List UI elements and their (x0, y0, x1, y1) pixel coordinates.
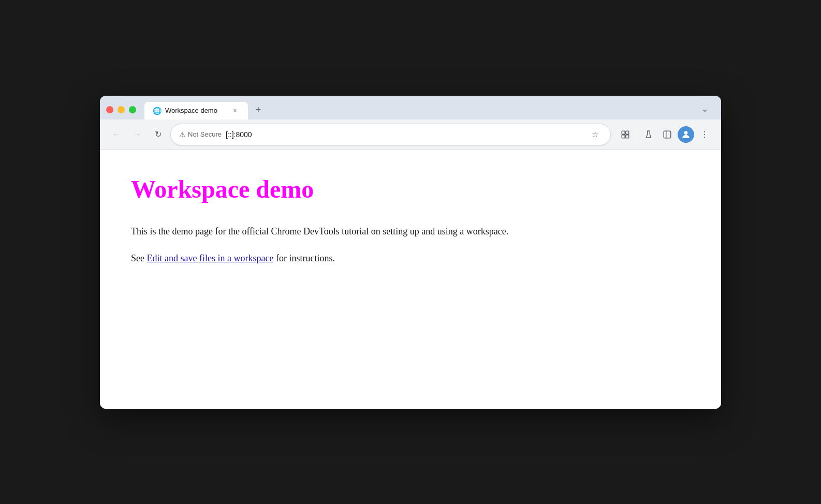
back-button[interactable]: ← (108, 126, 125, 143)
svg-point-7 (684, 131, 688, 135)
minimize-button[interactable] (118, 106, 125, 113)
page-link-line: See Edit and save files in a workspace f… (131, 251, 690, 266)
page-heading: Workspace demo (131, 175, 690, 203)
svg-rect-2 (622, 135, 625, 138)
security-indicator: ⚠ Not Secure (179, 130, 222, 139)
sidebar-button[interactable] (659, 126, 676, 143)
svg-rect-5 (664, 131, 671, 138)
reload-button[interactable]: ↻ (150, 126, 166, 143)
tab-title: Workspace demo (165, 107, 226, 114)
browser-window: 🌐 Workspace demo × + ⌄ ← → ↻ ⚠ Not Secur… (100, 96, 721, 409)
page-content: Workspace demo This is the demo page for… (100, 150, 721, 409)
active-tab[interactable]: 🌐 Workspace demo × (144, 102, 248, 120)
address-actions: ☆ (588, 127, 602, 142)
tab-close-button[interactable]: × (230, 106, 240, 115)
toolbar-right (617, 126, 713, 143)
profile-button[interactable] (678, 126, 694, 143)
svg-rect-1 (626, 131, 629, 134)
address-bar: ← → ↻ ⚠ Not Secure [::]:8000 ☆ (100, 120, 721, 150)
warning-icon: ⚠ (179, 130, 186, 139)
security-label: Not Secure (188, 130, 222, 138)
forward-button[interactable]: → (129, 126, 145, 143)
page-description: This is the demo page for the official C… (131, 224, 690, 239)
svg-rect-0 (622, 131, 625, 134)
tab-dropdown-button[interactable]: ⌄ (696, 101, 713, 117)
extensions-button[interactable] (617, 126, 634, 143)
new-tab-button[interactable]: + (250, 102, 267, 118)
svg-point-9 (704, 134, 705, 135)
tab-favicon-icon: 🌐 (153, 107, 161, 115)
address-input[interactable]: ⚠ Not Secure [::]:8000 ☆ (170, 124, 611, 145)
link-suffix: for instructions. (273, 253, 335, 263)
toolbar-divider (637, 129, 637, 140)
link-prefix: See (131, 253, 147, 263)
traffic-lights (106, 106, 136, 120)
svg-point-10 (704, 137, 705, 138)
tab-bar: 🌐 Workspace demo × + ⌄ (144, 101, 715, 120)
bookmark-button[interactable]: ☆ (588, 127, 602, 142)
url-text: [::]:8000 (226, 130, 583, 139)
title-bar: 🌐 Workspace demo × + ⌄ (100, 96, 721, 120)
svg-point-8 (704, 131, 705, 132)
workspace-link[interactable]: Edit and save files in a workspace (147, 253, 274, 263)
maximize-button[interactable] (129, 106, 136, 113)
svg-rect-3 (626, 135, 629, 138)
lab-button[interactable] (640, 126, 657, 143)
close-button[interactable] (106, 106, 113, 113)
menu-button[interactable] (696, 126, 713, 143)
